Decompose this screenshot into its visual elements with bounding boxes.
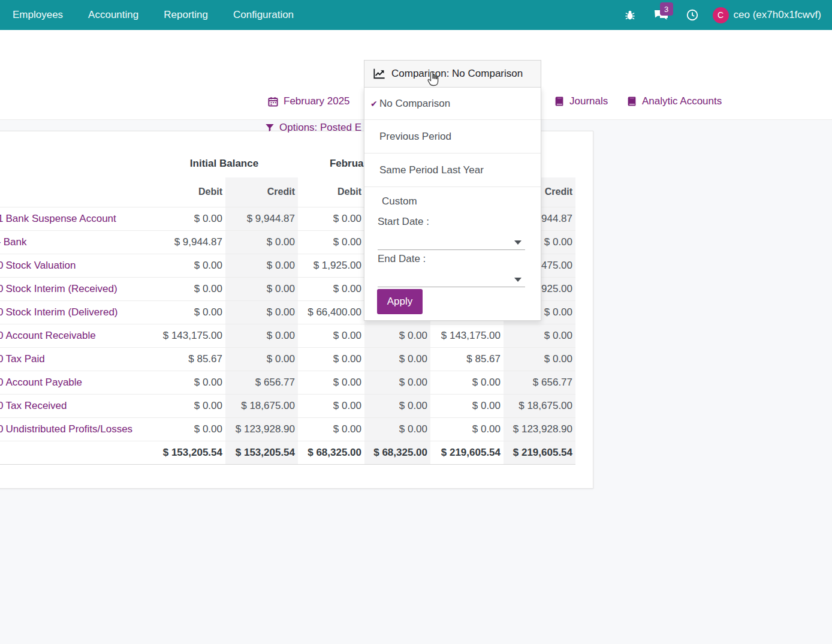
table-row: 0Undistributed Profits/Losses $ 0.00 $ 1…: [0, 417, 575, 441]
cell-value: $ 0.00: [364, 324, 430, 347]
cell-value: $ 0.00: [298, 277, 364, 300]
account-link[interactable]: 0Account Payable: [0, 371, 150, 394]
total-value: $ 153,205.54: [225, 441, 298, 464]
date-filter-label: February 2025: [284, 95, 350, 107]
total-value: $ 219,605.54: [430, 441, 504, 464]
cell-value: $ 0.00: [430, 394, 504, 417]
chevron-down-icon: [514, 278, 521, 282]
cell-value: $ 0.00: [504, 324, 575, 347]
comparison-filter-button[interactable]: Comparison: No Comparison: [364, 60, 541, 88]
cell-value: $ 0.00: [298, 347, 364, 371]
total-value: $ 153,205.54: [150, 441, 225, 464]
journals-filter-button[interactable]: Journals: [554, 95, 608, 107]
account-name: Tax Paid: [5, 353, 44, 365]
cell-value: $ 0.00: [430, 417, 504, 441]
menu-employees[interactable]: Employees: [0, 0, 76, 30]
account-name: Stock Valuation: [5, 260, 76, 271]
avatar: C: [713, 7, 729, 23]
table-row: 0Account Receivable $ 143,175.00 $ 0.00 …: [0, 324, 575, 347]
activities-clock-icon[interactable]: [679, 0, 706, 30]
options-filter-button[interactable]: Options: Posted E: [265, 122, 361, 134]
menu-item-no-comparison[interactable]: ✔ No Comparison: [364, 88, 541, 120]
cell-value: $ 0.00: [298, 417, 364, 441]
menu-item-label: No Comparison: [379, 98, 450, 110]
account-link[interactable]: 0Stock Interim (Received): [0, 277, 150, 300]
totals-row: $ 153,205.54 $ 153,205.54 $ 68,325.00 $ …: [0, 441, 575, 464]
account-link[interactable]: 0Stock Interim (Delivered): [0, 300, 150, 324]
column-header-debit-1: Debit: [150, 177, 225, 207]
cell-value: $ 0.00: [430, 371, 504, 394]
cell-value: $ 0.00: [298, 324, 364, 347]
end-date-select[interactable]: [378, 269, 525, 287]
account-link[interactable]: 1Bank Suspense Account: [0, 207, 150, 230]
account-name: Bank: [4, 236, 27, 248]
account-link[interactable]: -Bank: [0, 230, 150, 254]
cell-value: $ 0.00: [364, 417, 430, 441]
messages-icon[interactable]: 3: [648, 0, 674, 30]
apply-button[interactable]: Apply: [377, 289, 423, 314]
cell-value: $ 0.00: [225, 300, 298, 324]
menu-item-previous-period[interactable]: Previous Period: [364, 120, 541, 154]
clipped-code-fragment: 0: [0, 377, 3, 388]
clipped-code-fragment: 1: [0, 213, 3, 224]
filter-funnel-icon: [265, 123, 275, 133]
table-row: 0Tax Received $ 0.00 $ 18,675.00 $ 0.00 …: [0, 394, 575, 417]
analytic-accounts-filter-button[interactable]: Analytic Accounts: [626, 95, 722, 107]
account-name: Undistributed Profits/Losses: [5, 423, 132, 435]
menu-item-label: Previous Period: [379, 131, 451, 143]
account-link[interactable]: 0Stock Valuation: [0, 254, 150, 277]
cell-value: $ 0.00: [364, 347, 430, 371]
cell-value: $ 9,944.87: [150, 230, 225, 254]
cell-value: $ 0.00: [150, 300, 225, 324]
cell-value: $ 18,675.00: [225, 394, 298, 417]
cell-value: $ 9,944.87: [225, 207, 298, 230]
menu-item-same-period-last-year[interactable]: Same Period Last Year: [364, 154, 541, 187]
analytic-accounts-filter-label: Analytic Accounts: [642, 95, 722, 107]
user-menu[interactable]: C ceo (ex7h0x1fcwvf): [710, 0, 827, 30]
cell-value: $ 1,925.00: [298, 254, 364, 277]
clipped-code-fragment: 0: [0, 260, 3, 271]
account-link[interactable]: 0Tax Paid: [0, 347, 150, 371]
cell-value: $ 656.77: [504, 371, 575, 394]
date-filter-button[interactable]: February 2025: [267, 95, 350, 107]
menu-configuration[interactable]: Configuration: [221, 0, 306, 30]
cell-value: $ 0.00: [150, 371, 225, 394]
calendar-icon: [267, 96, 279, 107]
clipped-code-fragment: 0: [0, 306, 3, 318]
cell-value: $ 0.00: [504, 347, 575, 371]
app-window: Initial Balance February 2025 Debit Cred…: [0, 0, 832, 644]
top-navbar: Employees Accounting Reporting Configura…: [0, 0, 832, 30]
cell-value: $ 0.00: [150, 394, 225, 417]
totals-spacer: [0, 441, 150, 464]
account-link[interactable]: 0Account Receivable: [0, 324, 150, 347]
cell-value: $ 0.00: [225, 277, 298, 300]
column-header-debit-2: Debit: [298, 177, 364, 207]
cell-value: $ 0.00: [298, 394, 364, 417]
account-name: Account Payable: [5, 377, 82, 388]
chevron-down-icon: [514, 240, 521, 245]
cell-value: $ 0.00: [225, 324, 298, 347]
table-row: 0Account Payable $ 0.00 $ 656.77 $ 0.00 …: [0, 371, 575, 394]
menu-reporting[interactable]: Reporting: [151, 0, 221, 30]
start-date-select[interactable]: [378, 232, 525, 250]
cell-value: $ 0.00: [225, 254, 298, 277]
account-link[interactable]: 0Tax Received: [0, 394, 150, 417]
account-name: Stock Interim (Delivered): [5, 306, 117, 318]
cell-value: $ 0.00: [298, 230, 364, 254]
check-icon: ✔: [370, 99, 378, 109]
clipped-code-fragment: 0: [0, 423, 3, 435]
menu-item-label: Same Period Last Year: [379, 164, 484, 176]
clipped-code-fragment: 0: [0, 400, 3, 411]
cell-value: $ 123,928.90: [225, 417, 298, 441]
cell-value: $ 0.00: [225, 347, 298, 371]
clipped-code-fragment: 0: [0, 283, 3, 294]
line-chart-icon: [373, 68, 386, 80]
start-date-label: Start Date :: [378, 216, 429, 228]
debug-bug-icon[interactable]: [617, 0, 643, 30]
account-link[interactable]: 0Undistributed Profits/Losses: [0, 417, 150, 441]
account-name: Bank Suspense Account: [5, 213, 116, 224]
cell-value: $ 0.00: [298, 371, 364, 394]
user-name: ceo (ex7h0x1fcwvf): [734, 9, 821, 21]
menu-accounting[interactable]: Accounting: [76, 0, 151, 30]
total-value: $ 68,325.00: [298, 441, 364, 464]
